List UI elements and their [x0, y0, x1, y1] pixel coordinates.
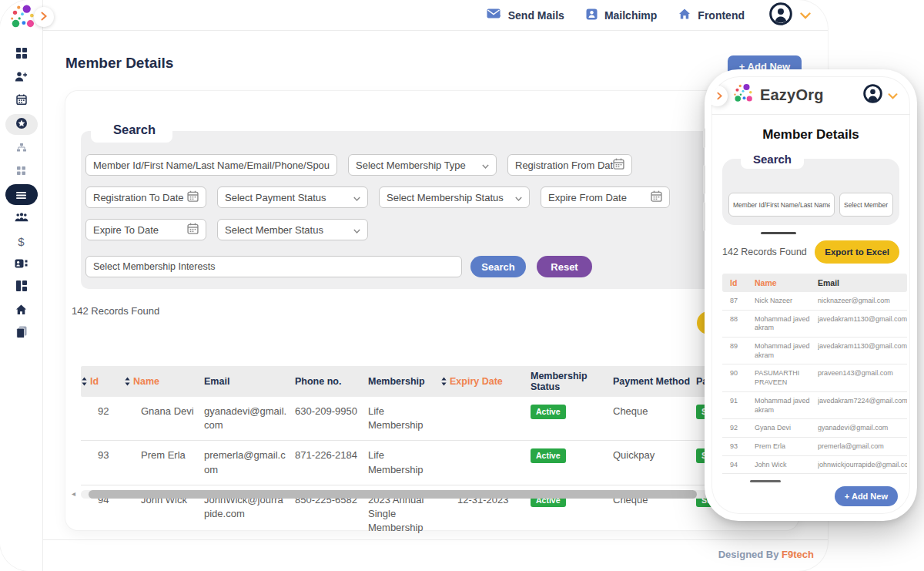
sidebar-item-committees[interactable]	[5, 160, 38, 183]
mobile-brand-name: EazyOrg	[760, 86, 824, 104]
table-row[interactable]: 93 Prem Erla premerla@gmail.com 871-226-…	[81, 441, 798, 485]
sidebar-item-add-member[interactable]	[5, 66, 38, 89]
mobile-profile-menu[interactable]	[863, 84, 898, 106]
member-status-select[interactable]: Select Member Status	[217, 219, 368, 240]
users-group-icon	[15, 211, 28, 225]
caret-down-icon	[515, 192, 522, 203]
hierarchy-icon	[17, 141, 26, 155]
mobile-table-row[interactable]: 87Nick Nazeernicknazeer@gmail.com	[722, 292, 907, 311]
membership-interests-input[interactable]	[85, 256, 462, 277]
mobile-column-name[interactable]: Name	[755, 278, 818, 287]
app-logo[interactable]	[8, 3, 37, 32]
cell-id: 93	[90, 448, 133, 476]
sidebar-item-featured[interactable]	[5, 114, 38, 135]
registration-to-date-field[interactable]: Registration To Date	[85, 186, 206, 208]
calendar-icon	[16, 94, 27, 108]
column-header-membership: Membership	[368, 376, 450, 387]
nav-mailchimp[interactable]: Mailchimp	[586, 8, 657, 22]
sidebar-item-dashboard[interactable]	[5, 43, 38, 66]
reset-button[interactable]: Reset	[537, 256, 592, 277]
cell-payment-method: Cheque	[613, 405, 696, 432]
sidebar-item-members-active[interactable]	[5, 184, 38, 205]
caret-down-icon	[353, 224, 360, 236]
home-solid-icon	[15, 304, 27, 317]
cell-email: premerla@gmail.com	[204, 448, 295, 476]
user-square-icon	[586, 8, 598, 22]
panels-icon	[16, 280, 27, 294]
sidebar-item-documents[interactable]	[5, 322, 38, 345]
nav-frontend[interactable]: Frontend	[678, 8, 745, 22]
mobile-table-row[interactable]: 91Mohammad javed akramjavedakram7224@gma…	[722, 392, 907, 419]
sidebar-toggle-button[interactable]	[34, 7, 54, 27]
mobile-table-header: Id Name Email	[722, 274, 907, 292]
sidebar-item-groups[interactable]	[5, 207, 38, 230]
mobile-member-type-select[interactable]	[839, 193, 893, 217]
nav-send-mails[interactable]: Send Mails	[487, 8, 564, 22]
mobile-table-row[interactable]: 89Mohammad javed akramjavedakram1130@gma…	[722, 338, 907, 364]
star-circle-icon	[15, 117, 28, 133]
cell-email: JohnWick@jourrapide.com	[204, 493, 295, 536]
sidebar-item-payments[interactable]: $	[5, 230, 38, 253]
home-icon	[678, 8, 691, 22]
expire-to-date-field[interactable]: Expire To Date	[85, 219, 206, 240]
sidebar-item-calendar[interactable]	[5, 89, 38, 113]
members-table: Id Name Email Phone no. Membership Expir…	[81, 366, 798, 542]
mobile-table-row[interactable]: 88Mohammad javed akramjavedakram1130@gma…	[722, 311, 907, 338]
sidebar-item-home[interactable]	[5, 299, 38, 322]
mobile-table-row[interactable]: 92Gyana Devigyanadevi@gmail.com	[722, 419, 907, 438]
mobile-app-logo[interactable]	[732, 82, 755, 109]
calendar-field-icon	[187, 223, 199, 237]
mobile-column-email: Email	[818, 278, 907, 287]
mobile-search-fields	[728, 193, 893, 217]
expire-from-date-field[interactable]: Expire From Date	[541, 186, 670, 208]
calendar-field-icon	[613, 158, 624, 172]
mobile-add-new-button[interactable]: + Add New	[835, 486, 898, 506]
chevron-down-icon	[800, 8, 811, 22]
sidebar-item-id-cards[interactable]	[5, 253, 38, 276]
column-header-expiry[interactable]: Expiry Date	[450, 376, 531, 387]
status-badge: Active	[531, 448, 566, 463]
search-fields: Select Membership Type Registration From…	[85, 154, 783, 288]
id-card-icon	[15, 257, 28, 271]
cell-membership-status: Active	[531, 493, 613, 536]
mobile-records-found-label: 142 Records Found	[722, 247, 807, 257]
scrollbar-thumb[interactable]	[89, 490, 697, 499]
horizontal-scrollbar[interactable]: ◂	[81, 490, 798, 499]
membership-type-select[interactable]: Select Membership Type	[348, 154, 497, 176]
sidebar-item-hierarchy[interactable]	[5, 136, 38, 160]
cell-email: gyanadevi@gmail.com	[204, 405, 295, 432]
nav-send-mails-label: Send Mails	[508, 9, 564, 22]
footer-brand-link[interactable]: F9tech	[782, 549, 814, 560]
list-icon	[16, 188, 26, 202]
cell-payment-method: Quickpay	[613, 448, 696, 476]
dashboard-icon	[16, 48, 27, 62]
phone-volume-button	[703, 128, 705, 148]
mobile-scroll-indicator	[750, 480, 781, 482]
mobile-column-id[interactable]: Id	[730, 278, 755, 287]
mobile-export-to-excel-button[interactable]: Export to Excel	[815, 240, 899, 264]
footer-credit: Designed By F9tech	[718, 549, 814, 560]
search-button[interactable]: Search	[470, 256, 526, 277]
cell-expiry	[450, 448, 531, 476]
mobile-table-row[interactable]: 94John Wickjohnwickjourrapide@gmail.com	[722, 456, 907, 475]
chevron-down-icon	[888, 89, 898, 102]
cell-membership-status: Active	[531, 448, 613, 476]
sidebar-item-panels[interactable]	[5, 276, 38, 299]
documents-icon	[16, 326, 27, 341]
column-header-name[interactable]: Name	[133, 376, 204, 387]
keyword-input[interactable]	[85, 154, 337, 176]
table-row[interactable]: 92 Gnana Devi gyanadevi@gmail.com 630-20…	[81, 397, 798, 441]
membership-status-select[interactable]: Select Membership Status	[379, 186, 530, 208]
top-navbar: Send Mails Mailchimp Frontend	[43, 0, 828, 31]
profile-menu[interactable]	[769, 2, 811, 29]
mobile-table-row[interactable]: 93Prem Erlapremerla@gmail.com	[722, 438, 907, 456]
scroll-left-arrow-icon[interactable]: ◂	[72, 489, 75, 498]
sidebar-menu: $	[0, 43, 42, 345]
user-plus-icon	[15, 71, 28, 85]
column-header-phone: Phone no.	[295, 376, 368, 387]
mobile-table-row[interactable]: 90PASUMARTHI PRAVEENpraveen143@gmail.com	[722, 364, 907, 391]
mobile-keyword-input[interactable]	[728, 193, 835, 217]
mobile-sidebar-toggle[interactable]	[711, 86, 728, 106]
payment-status-select[interactable]: Select Payment Status	[217, 186, 368, 208]
registration-from-date-field[interactable]: Registration From Date	[507, 154, 632, 176]
